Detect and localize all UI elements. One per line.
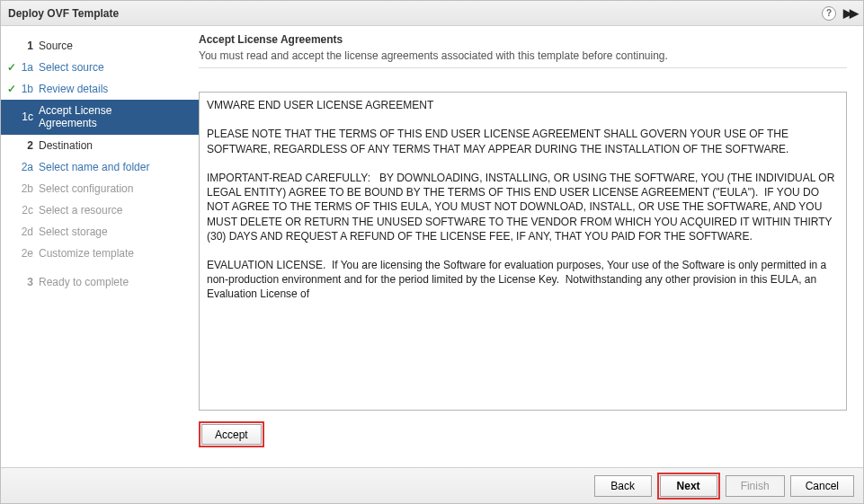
step-2e-customize-template: 2e Customize template — [1, 243, 199, 264]
step-2b-select-configuration: 2b Select configuration — [1, 178, 199, 199]
cancel-button[interactable]: Cancel — [790, 475, 854, 497]
check-icon: ✓ — [4, 61, 19, 74]
check-icon: ✓ — [4, 83, 19, 95]
finish-button: Finish — [726, 475, 785, 497]
help-icon[interactable]: ? — [822, 6, 836, 21]
step-2c-select-resource: 2c Select a resource — [1, 199, 199, 221]
eula-textarea[interactable]: VMWARE END USER LICENSE AGREEMENT PLEASE… — [199, 92, 847, 411]
step-2a-select-name-folder[interactable]: 2a Select name and folder — [1, 156, 199, 178]
step-1c-accept-license[interactable]: 1c Accept LicenseAgreements — [1, 100, 199, 135]
step-3-ready-to-complete: 3 Ready to complete — [1, 271, 199, 293]
title-bar: Deploy OVF Template ? ▶▶ — [1, 1, 863, 26]
step-1a-select-source[interactable]: ✓ 1a Select source — [1, 57, 199, 78]
next-highlight: Next — [657, 473, 720, 500]
step-1b-review-details[interactable]: ✓ 1b Review details — [1, 78, 199, 100]
accept-button[interactable]: Accept — [201, 424, 262, 445]
divider — [199, 67, 847, 68]
title-text: Deploy OVF Template — [8, 7, 822, 20]
expand-icon[interactable]: ▶▶ — [843, 6, 856, 20]
step-2-destination[interactable]: 2 Destination — [1, 135, 199, 156]
page-heading: Accept License Agreements — [199, 33, 847, 49]
step-2d-select-storage: 2d Select storage — [1, 221, 199, 243]
wizard-sidebar: 1 Source ✓ 1a Select source ✓ 1b Review … — [1, 26, 199, 467]
page-subheading: You must read and accept the license agr… — [199, 49, 847, 67]
back-button[interactable]: Back — [594, 475, 652, 497]
next-button[interactable]: Next — [660, 475, 717, 497]
step-1-source[interactable]: 1 Source — [1, 35, 199, 57]
accept-highlight: Accept — [199, 421, 264, 447]
wizard-footer: Back Next Finish Cancel — [1, 467, 863, 503]
